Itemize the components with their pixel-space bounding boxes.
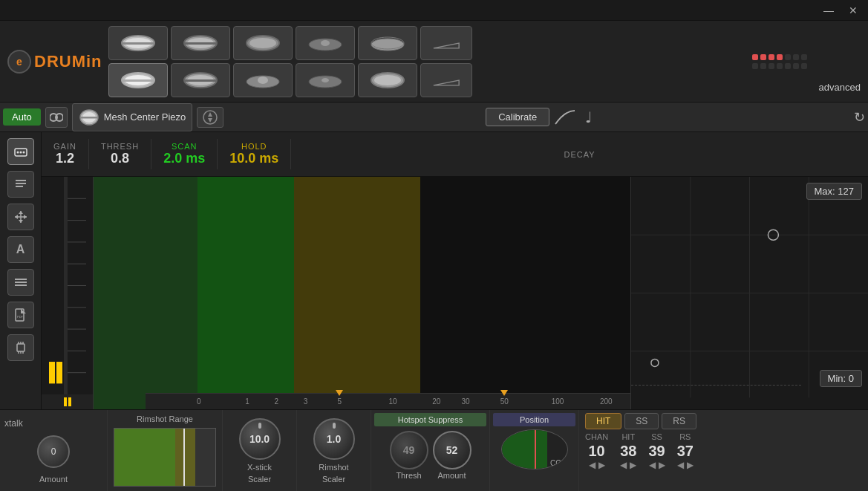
xstick-label: X-stick [247,463,272,472]
hold-block: HOLD 10.0 ms [218,139,291,169]
tab-rs[interactable]: RS [662,413,696,429]
ruler-mark-100: 100 [552,397,564,406]
pad-cymbal[interactable] [296,26,355,60]
thresh-block: THRESH 0.8 [89,139,151,169]
sidebar-pdf-icon[interactable]: PDF [7,302,34,328]
position-header: Position [493,413,575,426]
led-area [752,54,807,69]
ruler-mark-50: 50 [500,397,509,406]
sidebar-chip-icon[interactable] [7,334,34,361]
pad-snare-active[interactable] [108,63,168,97]
pad-snare3[interactable] [171,63,230,97]
svg-point-36 [19,152,22,154]
ss-down-arrow[interactable]: ◀ [649,460,656,470]
svg-rect-52 [17,344,25,351]
sidebar-lines-icon[interactable] [7,269,34,296]
thresh-zone [94,177,198,409]
decay-label: DECAY [291,150,868,159]
svg-rect-69 [64,177,68,394]
pad-triangle-right2[interactable] [420,63,472,97]
curve-min-line [631,385,801,386]
ruler-mark-2: 2 [275,397,279,406]
gain-meter [42,177,94,409]
led-1-3 [769,54,774,60]
led-2-6 [793,63,799,69]
led-2-1 [752,63,758,69]
pad-snare[interactable] [108,26,168,60]
rimshot-knob-section: 1.0 Rimshot Scaler [297,410,371,491]
sidebar-note-icon[interactable] [7,171,34,198]
hotspot-header: Hotspot Suppress [374,413,486,426]
advanced-button[interactable]: advanced [819,82,861,96]
pad-triangle-right1[interactable] [420,26,472,60]
workspace: A PDF GAIN 1.2 THRESH 0.8 [0,132,868,409]
rimshot-label: Rimshot [319,463,348,472]
header-row: e DRUMin [0,21,868,103]
link-icon-button[interactable] [45,107,68,128]
rs-up-arrow[interactable]: ▶ [687,460,694,470]
ss-block: SS 39 ◀ ▶ [648,432,665,470]
logo-area: e DRUMin [7,50,102,74]
close-button[interactable]: ✕ [844,3,862,18]
rimshot-sublabel: Scaler [322,475,345,484]
auto-button[interactable]: Auto [3,108,41,126]
minimize-button[interactable]: — [819,3,838,18]
gain-bar-1 [64,397,67,406]
pad-cymbal3[interactable] [296,63,355,97]
ruler-triangle-2 [500,390,508,396]
chan-down-arrow[interactable]: ◀ [589,460,595,470]
pad-snare2[interactable] [171,26,230,60]
hotspot-amount-label: Amount [433,471,471,480]
pad-cymbal2[interactable] [233,63,293,97]
hotspot-thresh-knob[interactable]: 49 [390,431,428,469]
ruler-mark-200: 200 [600,397,613,406]
hold-label: HOLD [241,142,267,151]
pad-floor-tom[interactable] [358,63,417,97]
svg-rect-18 [184,79,217,82]
xtalk-knob[interactable]: 0 [37,435,70,468]
ss-value: 39 [648,443,665,460]
xstick-sublabel: Scaler [248,475,271,484]
viz-area: 0 1 2 3 5 10 20 30 50 100 200 [42,177,868,409]
rimshot-knob[interactable]: 1.0 [313,418,355,460]
tab-hit[interactable]: HIT [585,413,621,429]
scan-zone [198,177,294,409]
svg-point-9 [321,40,330,46]
svg-point-22 [322,78,329,82]
yamaha-icon-button[interactable] [197,107,223,128]
tab-ss[interactable]: SS [624,413,659,429]
position-display[interactable]: CC [501,429,568,469]
curve-icon-button[interactable] [554,107,576,128]
hit-label: HIT [621,432,635,441]
thresh-value: 0.8 [111,151,129,166]
thresh-label: THRESH [101,142,139,151]
led-1-1 [752,54,758,60]
refresh-button[interactable]: ↻ [854,109,865,126]
ss-up-arrow[interactable]: ▶ [659,460,665,470]
led-1-5 [785,54,791,60]
led-1-7 [801,54,807,60]
curve-max-label: Max: 127 [806,183,862,200]
hotspot-section: Hotspot Suppress 49 52 Thresh Amount [371,410,490,491]
sidebar-midi-icon[interactable] [7,138,34,165]
svg-rect-70 [56,362,62,383]
hit-up-arrow[interactable]: ▶ [630,460,636,470]
pad-hihat[interactable] [358,26,417,60]
gain-scale [42,177,93,394]
hit-block: HIT 38 ◀ ▶ [620,432,636,470]
app-container: e DRUMin [0,21,868,491]
sidebar-a-icon[interactable]: A [7,236,34,263]
led-1-2 [760,54,766,60]
hit-down-arrow[interactable]: ◀ [620,460,627,470]
svg-point-20 [258,77,268,84]
xstick-knob[interactable]: 10.0 [239,418,281,460]
chan-up-arrow[interactable]: ▶ [598,460,605,470]
rimshot-range-box[interactable] [114,428,216,487]
calibrate-button[interactable]: Calibrate [486,108,549,126]
bottom-panel: xtalk 0 Amount Rimshot Range 10.0 X-stic… [0,409,868,491]
hotspot-amount-knob[interactable]: 52 [433,431,471,469]
rs-down-arrow[interactable]: ◀ [677,460,684,470]
pad-tom[interactable] [233,26,293,60]
led-2-3 [769,63,774,69]
sidebar-move-icon[interactable] [7,204,34,230]
